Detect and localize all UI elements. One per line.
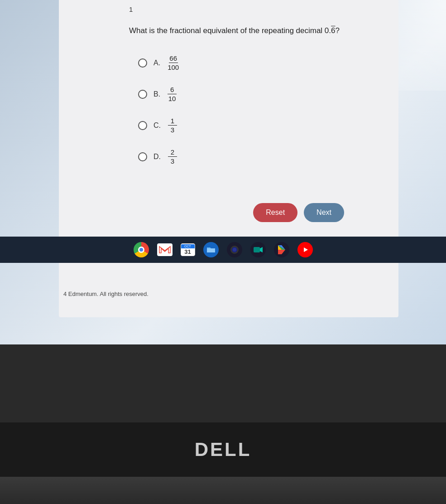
calendar-icon[interactable]: OCT 31 xyxy=(181,243,195,256)
keyboard-area xyxy=(0,477,446,504)
chrome-center xyxy=(138,247,144,253)
svg-marker-5 xyxy=(260,247,263,252)
option-b-label: B. xyxy=(153,90,160,98)
calendar-header: OCT xyxy=(181,244,195,248)
fraction-d: 2 3 xyxy=(168,148,177,165)
meet-icon[interactable] xyxy=(250,242,266,257)
fraction-b-numerator: 6 xyxy=(168,86,177,94)
option-d-label: D. xyxy=(153,153,161,161)
next-button[interactable]: Next xyxy=(304,203,344,222)
messages-icon[interactable] xyxy=(227,242,242,257)
buttons-container: Reset Next xyxy=(253,203,344,222)
fraction-c-denominator: 3 xyxy=(171,126,174,134)
fraction-d-denominator: 3 xyxy=(171,157,174,165)
reset-button[interactable]: Reset xyxy=(253,203,297,222)
folder-icon[interactable] xyxy=(203,242,219,257)
radio-a[interactable] xyxy=(138,58,147,68)
fraction-a-denominator: 100 xyxy=(168,63,179,71)
option-c[interactable]: C. 1 3 xyxy=(138,117,179,134)
radio-d[interactable] xyxy=(138,152,147,161)
fraction-d-numerator: 2 xyxy=(168,148,177,157)
option-c-label: C. xyxy=(153,121,161,130)
radio-b[interactable] xyxy=(138,90,147,99)
youtube-icon[interactable] xyxy=(297,242,313,257)
quiz-panel: 1 What is the fractional equivalent of t… xyxy=(59,0,398,317)
svg-point-3 xyxy=(233,248,236,252)
option-a[interactable]: A. 66 100 xyxy=(138,54,179,71)
taskbar: OCT 31 xyxy=(0,237,446,263)
question-text: What is the fractional equivalent of the… xyxy=(129,25,353,37)
option-a-label: A. xyxy=(153,59,160,67)
gmail-svg xyxy=(158,245,171,255)
question-number: 1 xyxy=(129,5,133,13)
options-container: A. 66 100 B. 6 10 C. 1 xyxy=(138,54,179,179)
calendar-day: 31 xyxy=(184,248,191,255)
fraction-a-numerator: 66 xyxy=(169,54,178,63)
play-store-icon[interactable] xyxy=(274,242,289,257)
chrome-icon[interactable] xyxy=(134,242,149,257)
screen: 1 What is the fractional equivalent of t… xyxy=(0,0,446,344)
radio-c[interactable] xyxy=(138,121,147,130)
fraction-b: 6 10 xyxy=(168,86,177,102)
fraction-c-numerator: 1 xyxy=(168,117,177,126)
footer-text: 4 Edmentum. All rights reserved. xyxy=(59,288,153,300)
fraction-c: 1 3 xyxy=(168,117,177,134)
fraction-a: 66 100 xyxy=(168,54,179,71)
dell-area: DELL xyxy=(0,422,446,477)
dell-logo: DELL xyxy=(195,439,252,460)
option-b[interactable]: B. 6 10 xyxy=(138,86,179,102)
svg-rect-4 xyxy=(254,247,260,252)
svg-marker-8 xyxy=(278,250,285,254)
gmail-icon[interactable] xyxy=(157,243,173,256)
fraction-b-denominator: 10 xyxy=(168,94,176,102)
option-d[interactable]: D. 2 3 xyxy=(138,148,179,165)
decimal-digit: 6 xyxy=(331,26,335,35)
